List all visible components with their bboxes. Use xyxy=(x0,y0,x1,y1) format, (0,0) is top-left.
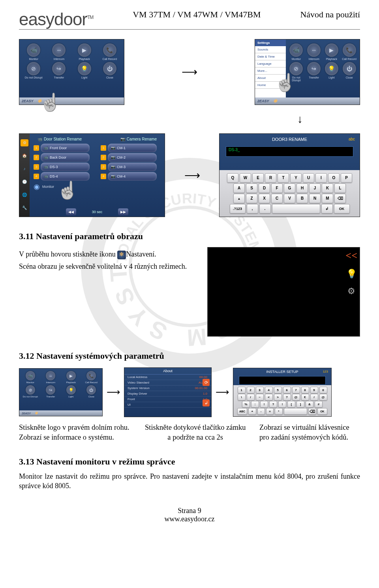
caption-2a: Stiskněte dotykové tlačítko zámku xyxy=(145,423,246,431)
back-icon: << xyxy=(345,250,357,262)
section-311-p1: V průběhu hovoru stiskněte ikonu ✻Nastav… xyxy=(19,249,198,259)
home-icon-light: 💡Light xyxy=(73,62,96,79)
key-space xyxy=(284,408,308,415)
gear-icon: ✻ xyxy=(35,411,38,415)
about-row: Video StandardAUTO xyxy=(124,380,211,386)
section-heading-313: 3.13 Nastavení monitoru v režimu správce xyxy=(19,457,360,467)
home-icon-transfer: ↪Transfer xyxy=(41,385,60,398)
installer-title: INSTALLER SETUP xyxy=(233,368,331,375)
pointing-hand-icon xyxy=(37,95,54,119)
key: A xyxy=(233,184,245,193)
key: M xyxy=(322,194,333,203)
settings-item-language: Language xyxy=(255,60,286,67)
key: U xyxy=(303,173,314,183)
home-icon-monitor: 📹Monitor xyxy=(22,43,45,60)
virtual-keyboard: QWERTYUIOP ASDFGHJKL ZXCVBNM .?123 , . O… xyxy=(220,170,360,217)
brand-logo: easydoorTM xyxy=(19,9,93,29)
key: Z xyxy=(246,194,257,203)
figure-row-312: 📹Monitor↔Intercom▶Playback📞Call Record⊘D… xyxy=(19,367,360,417)
screenshot-settings-menu: Settings SoundsDate & TimeLanguageMore..… xyxy=(255,39,360,105)
arrow-right-icon: ⟶ xyxy=(178,66,201,79)
footer-url: www.easydoor.cz xyxy=(19,515,360,523)
interval-label: 30 sec xyxy=(92,210,103,214)
refresh-icon: ⟳ xyxy=(203,379,210,386)
home-icon-intercom: ↔Intercom xyxy=(41,371,60,384)
key: T xyxy=(278,173,289,183)
screenshot-keyboard: DOOR3 RENAME abc DS-3_ QWERTYUIOP ASDFGH… xyxy=(219,133,360,217)
gear-icon: ✻ xyxy=(273,98,277,104)
key: W xyxy=(240,173,251,183)
rename-row: 1📹Front Door1📷CM-1 xyxy=(34,144,161,152)
key-ok: OK xyxy=(317,408,327,415)
caption-1a: Stiskněte logo v pravém dolním rohu. xyxy=(19,423,129,431)
key: B xyxy=(296,194,308,203)
gear-icon: ⚙ xyxy=(347,286,355,296)
key: R xyxy=(265,173,276,183)
next-icon: ▶▶ xyxy=(118,208,128,215)
page-header: easydoorTM VM 37TM / VM 47WM / VM47BM Ná… xyxy=(19,9,360,30)
key: Q xyxy=(227,173,238,183)
key: N xyxy=(309,194,321,203)
caption-3a: Zobrazí se virtuální klávesnice xyxy=(259,423,349,431)
home-icon-transfer: ↪Transfer xyxy=(47,62,71,79)
key: L xyxy=(334,184,346,193)
key-comma: , xyxy=(247,204,258,213)
caption-2b: a podržte na cca 2s xyxy=(167,433,223,441)
rename-input: DS-3_ xyxy=(226,146,353,157)
arrow-right-icon: ⟶ xyxy=(215,387,230,398)
key: E xyxy=(252,173,264,183)
clock-icon: 🕒 xyxy=(21,178,28,185)
monitor-label: Monitor xyxy=(42,185,54,189)
home-icon-monitor: 📹Monitor xyxy=(288,43,304,60)
tools-icon: 🔧 xyxy=(21,204,28,212)
key-ok: OK xyxy=(334,204,350,213)
home-icon-intercom: ↔Intercom xyxy=(47,43,71,60)
screenshot-home-small: 📹Monitor↔Intercom▶Playback📞Call Record⊘D… xyxy=(19,368,103,416)
keyboard-title: DOOR3 RENAME xyxy=(220,134,360,145)
key: G xyxy=(284,184,295,193)
settings-item-sounds: Sounds xyxy=(255,46,286,53)
screenshot-about: About Local Address00.00Video StandardAU… xyxy=(124,367,212,417)
monitor-icon: ◉ xyxy=(34,182,40,191)
input-mode: abc xyxy=(349,137,355,141)
key: O xyxy=(328,173,340,183)
key-enter xyxy=(321,204,333,213)
rename-row: 4📹DS-44📷CM-4 xyxy=(34,172,161,181)
settings-icon: ✻ xyxy=(117,251,126,259)
return-icon: ↲ xyxy=(203,399,210,406)
screenshot-installer: INSTALLER SETUP 123 1234567890 \/~<>?@€/… xyxy=(233,368,332,417)
sidebar-tab-selected: ⚙ xyxy=(21,139,28,146)
home-icon-close: ⏻Close xyxy=(341,62,357,82)
page-footer: Strana 9 www.easydoor.cz xyxy=(19,507,360,523)
home-icon-playback: ▶Playback xyxy=(73,43,96,60)
key-space xyxy=(272,204,320,213)
settings-item-date-time: Date & Time xyxy=(255,53,286,60)
key: Y xyxy=(290,173,302,183)
screenshot-live-settings: << 💡 ⚙ xyxy=(207,247,360,337)
code-input xyxy=(239,376,326,385)
home-icon-call-record: 📞Call Record xyxy=(98,43,122,60)
screenshot-rename: ⚙ 🏠 ♪ 🕒 🌐 🔧 📹 Door Station Rename 📷 Came… xyxy=(19,133,165,217)
about-row: UI1.0 xyxy=(124,402,211,408)
key: F xyxy=(271,184,283,193)
home-icon-playback: ▶Playback xyxy=(62,371,81,384)
home-icon-close: ⏻Close xyxy=(82,385,101,398)
key: V xyxy=(284,194,295,203)
about-row: Front1.0 xyxy=(124,397,211,402)
home-icon-close: ⏻Close xyxy=(98,62,122,79)
settings-header: Settings xyxy=(255,39,286,46)
key: I xyxy=(315,173,327,183)
bulb-icon: 💡 xyxy=(346,269,357,279)
home-icon-light: 💡Light xyxy=(324,62,340,82)
key-backspace xyxy=(308,408,316,415)
key: J xyxy=(309,184,321,193)
home-icon-do-not-disrupt: ⊘Do not Disrupt xyxy=(22,62,45,79)
figure-step-1: 📹Monitor↔Intercom▶Playback📞Call Record⊘D… xyxy=(19,39,360,105)
arrow-right-icon: ⟶ xyxy=(180,169,204,182)
about-row: Local Address00.00 xyxy=(124,375,211,380)
caption-1b: Zobrazí se informace o systému. xyxy=(19,433,114,441)
model-line: VM 37TM / VM 47WM / VM47BM xyxy=(93,9,300,20)
sidebar-nav: ⚙ 🏠 ♪ 🕒 🌐 🔧 xyxy=(19,134,30,217)
key-numlock: .?123 xyxy=(230,204,246,213)
home-icon-do-not-disrupt: ⊘Do not Disrupt xyxy=(21,385,40,398)
